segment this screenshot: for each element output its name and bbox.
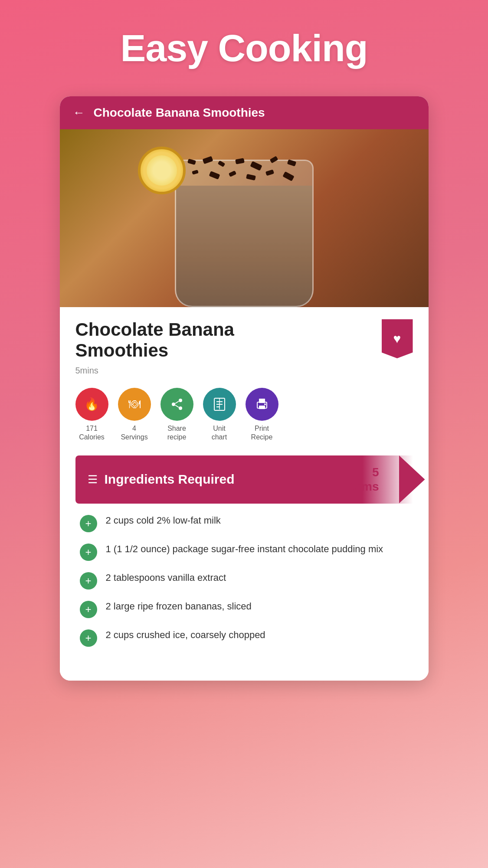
ingredient-item: + 1 (1 1/2 ounce) package sugar-free ins… [80,543,409,561]
calories-value: 171 Calories [79,424,105,442]
action-calories[interactable]: 🔥 171 Calories [75,388,108,442]
share-label: Share recipe [167,424,187,442]
share-icon-circle [160,388,193,421]
print-label: Print Recipe [251,424,273,442]
fade-overlay [75,651,413,668]
add-ingredient-1-button[interactable]: + [80,515,97,532]
action-share[interactable]: Share recipe [160,388,193,442]
action-unit-chart[interactable]: Unit chart [203,388,236,442]
header-title: Chocolate Banana Smoothies [94,106,265,120]
banana-inner [147,155,177,186]
unit-chart-label: Unit chart [212,424,227,442]
svg-point-2 [179,406,182,410]
food-image [60,129,429,307]
svg-point-1 [172,403,175,406]
ingredient-5-text: 2 cups crushed ice, coarsely chopped [106,629,265,642]
servings-value: 4 Servings [121,424,147,442]
app-title: Easy Cooking [121,26,368,70]
heart-icon: ♥ [393,331,401,346]
ingredient-4-text: 2 large ripe frozen bananas, sliced [106,600,252,613]
items-count: 5 Items [347,465,400,494]
bookmark-button[interactable]: ♥ [382,319,413,358]
ingredient-2-text: 1 (1 1/2 ounce) package sugar-free insta… [106,543,383,556]
card-header: ← Chocolate Banana Smoothies [60,96,429,129]
svg-line-3 [175,401,179,403]
unit-chart-icon-circle [203,388,236,421]
svg-rect-12 [259,406,265,409]
action-print[interactable]: Print Recipe [246,388,278,442]
ingredient-item: + 2 cups cold 2% low-fat milk [80,514,409,532]
servings-icon-circle: 🍽 [118,388,151,421]
ingredients-section-header: ☰ Ingredients Required 5 Items [75,455,413,504]
action-icons-row: 🔥 171 Calories 🍽 4 Servings [75,388,413,442]
chocolate-bits [179,155,309,190]
svg-point-13 [264,403,266,405]
action-servings[interactable]: 🍽 4 Servings [118,388,151,442]
ingredient-item: + 2 cups crushed ice, coarsely chopped [80,629,409,647]
print-icon-circle [246,388,278,421]
ingredients-title: Ingredients Required [105,472,235,487]
ingredient-list: + 2 cups cold 2% low-fat milk + 1 (1 1/2… [75,514,413,647]
recipe-title: Chocolate Banana Smoothies [75,319,234,361]
ingredient-3-text: 2 tablespoons vanilla extract [106,571,226,585]
svg-point-0 [179,399,182,402]
card-content: Chocolate Banana Smoothies ♥ 5mins 🔥 171… [60,307,429,681]
recipe-card: ← Chocolate Banana Smoothies [60,96,429,681]
add-ingredient-5-button[interactable]: + [80,629,97,647]
time-label: 5mins [75,366,413,376]
back-button[interactable]: ← [73,106,85,120]
svg-line-4 [175,405,179,407]
calories-icon-circle: 🔥 [75,388,108,421]
add-ingredient-2-button[interactable]: + [80,544,97,561]
ingredient-1-text: 2 cups cold 2% low-fat milk [106,514,221,527]
ingredient-item: + 2 large ripe frozen bananas, sliced [80,600,409,618]
recipe-title-row: Chocolate Banana Smoothies ♥ [75,319,413,361]
page-container: Easy Cooking ← Chocolate Banana Smoothie… [0,26,488,681]
ingredient-item: + 2 tablespoons vanilla extract [80,571,409,590]
add-ingredient-3-button[interactable]: + [80,572,97,590]
ingredients-left: ☰ Ingredients Required [88,472,235,487]
add-ingredient-4-button[interactable]: + [80,601,97,618]
svg-rect-11 [259,399,265,403]
banana-slice-icon [138,147,186,194]
list-icon: ☰ [88,473,98,486]
